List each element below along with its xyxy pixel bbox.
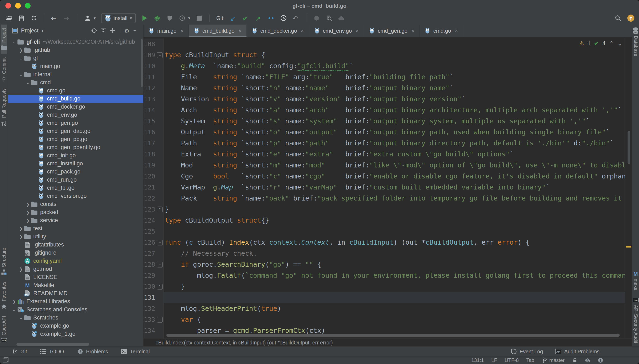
fold-marker-icon[interactable]: ^ <box>156 204 164 215</box>
stripe-button-database[interactable]: Database <box>632 24 639 60</box>
locate-file-icon[interactable] <box>91 28 97 34</box>
tool-window-audit-problems[interactable]: /APIAudit Problems <box>556 348 600 355</box>
file-encoding[interactable]: UTF-8 <box>505 357 519 363</box>
open-folder-icon[interactable] <box>6 14 12 22</box>
expand-all-icon[interactable] <box>100 28 106 34</box>
code-line-117[interactable]: 117 Path string `short:"p" name:"path" b… <box>144 138 625 149</box>
chevron-down-icon[interactable]: ⌄ <box>11 40 17 44</box>
fold-marker-icon[interactable]: − <box>156 259 164 270</box>
tree-item-service[interactable]: ❯service <box>8 216 143 224</box>
code-line-108[interactable]: 108 <box>144 38 625 50</box>
stripe-button-commit[interactable]: Commit <box>0 54 7 85</box>
git-push-icon[interactable]: ↗ <box>255 14 262 22</box>
tree-item-cmd-env.go[interactable]: cmd_env.go <box>8 111 143 119</box>
collapse-all-icon[interactable] <box>110 28 116 34</box>
code-line-110[interactable]: 110 g.Meta `name:"build" config:"gfcli.b… <box>144 60 625 72</box>
save-all-icon[interactable] <box>18 14 25 22</box>
chevron-up-icon[interactable]: ⌃ <box>609 40 614 47</box>
editor-vertical-scrollbar[interactable] <box>628 131 630 164</box>
line-number[interactable]: 110 <box>144 60 156 72</box>
stripe-button-pull-requests[interactable]: Pull Requests <box>0 85 7 129</box>
line-number[interactable]: 134 <box>144 325 156 336</box>
tool-window-terminal[interactable]: Terminal <box>121 348 150 355</box>
chevron-right-icon[interactable]: ❯ <box>25 218 31 223</box>
chevron-down-icon[interactable]: ▾ <box>42 28 44 33</box>
tree-item-gf[interactable]: ⌄gf <box>8 54 143 62</box>
stripe-button-project[interactable]: Project <box>0 24 7 54</box>
tree-item-cmd-gen-pbentity.go[interactable]: cmd_gen_pbentity.go <box>8 143 143 152</box>
debug-icon[interactable] <box>154 14 161 22</box>
line-number[interactable]: 135 <box>144 336 156 338</box>
line-number[interactable]: 118 <box>144 149 156 160</box>
chevron-right-icon[interactable]: ❯ <box>25 210 31 215</box>
close-icon[interactable]: × <box>180 28 184 34</box>
line-number[interactable]: 117 <box>144 138 156 149</box>
stripe-button-api-security-audit[interactable]: /APIAPI Security Audit <box>632 294 639 346</box>
project-view-icon[interactable] <box>12 28 18 34</box>
code-line-133[interactable]: 133− var ( <box>144 314 625 325</box>
notifications-icon[interactable] <box>598 358 603 363</box>
chevron-right-icon[interactable]: ❯ <box>11 299 17 304</box>
tab-cmd-env.go[interactable]: cmd_env.go× <box>309 24 364 37</box>
code-line-132[interactable]: 132 mlog.SetHeaderPrint(true) <box>144 303 625 314</box>
tree-item-.github[interactable]: ❯.github <box>8 46 143 54</box>
code-line-111[interactable]: 111 File string `name:"FILE" arg:"true" … <box>144 72 625 82</box>
tree-item-cmd-gen-dao.go[interactable]: cmd_gen_dao.go <box>8 127 143 135</box>
tree-item-cmd-init.go[interactable]: cmd_init.go <box>8 152 143 160</box>
line-number[interactable]: 119 <box>144 160 156 171</box>
chevron-down-icon[interactable]: ⌄ <box>18 56 24 61</box>
tool-window-problems[interactable]: Problems <box>78 348 108 355</box>
code-line-121[interactable]: 121 VarMap g.Map `short:"r" name:"varMap… <box>144 182 625 193</box>
code-line-125[interactable]: 125 <box>144 226 625 237</box>
git-merge-icon[interactable] <box>268 14 274 22</box>
code-line-129[interactable]: 129 mlog.Fatalf(`command "go" not found … <box>144 270 625 281</box>
code-line-116[interactable]: 116 Output string `short:"o" name:"outpu… <box>144 127 625 138</box>
tree-item-utility[interactable]: ❯utility <box>8 232 143 241</box>
back-icon[interactable]: ← <box>51 14 58 22</box>
unlock-icon[interactable] <box>572 358 578 363</box>
update-available-icon[interactable] <box>627 14 634 22</box>
code-line-109[interactable]: 109−type cBuildInput struct { <box>144 50 625 60</box>
code-line-130[interactable]: 130^ } <box>144 281 625 292</box>
code-line-124[interactable]: 124type cBuildOutput struct{} <box>144 215 625 226</box>
tree-item-cmd-build.go[interactable]: cmd_build.go <box>8 95 143 103</box>
tree-horizontal-scrollbar[interactable] <box>16 343 89 346</box>
tree-item-example-1.go[interactable]: example_1.go <box>8 330 143 338</box>
stripe-button-structure[interactable]: Structure <box>0 244 7 278</box>
error-stripe-warning-mark[interactable] <box>626 246 631 248</box>
git-update-icon[interactable]: ↙ <box>230 14 237 22</box>
tree-item-.gitignore[interactable]: .gitignore <box>8 249 143 257</box>
line-number[interactable]: 130 <box>144 281 156 292</box>
code-line-112[interactable]: 112 Name string `short:"n" name:"name" b… <box>144 82 625 94</box>
line-number[interactable]: 111 <box>144 72 156 82</box>
tool-window-event-log[interactable]: Event Log <box>511 348 543 355</box>
tab-cmd-gen.go[interactable]: cmd_gen.go× <box>364 24 420 37</box>
chevron-down-icon[interactable]: ▾ <box>94 16 96 20</box>
stripe-button-favorites[interactable]: Favorites <box>0 278 7 312</box>
code-line-122[interactable]: 122 Pack string `name:"pack" brief:"pack… <box>144 193 625 204</box>
code-line-120[interactable]: 120 Cgo bool `short:"c" name:"cgo" brief… <box>144 171 625 182</box>
sync-icon[interactable] <box>30 14 38 22</box>
code-line-131[interactable]: 131 <box>144 292 625 303</box>
code-line-126[interactable]: 126−func (c cBuild) Index(ctx context.Co… <box>144 237 625 248</box>
fold-marker-icon[interactable]: − <box>156 314 164 325</box>
caret-position[interactable]: 131:1 <box>471 357 484 363</box>
tree-item-cmd-gen-pb.go[interactable]: cmd_gen_pb.go <box>8 135 143 143</box>
chevron-down-icon[interactable]: ⌄ <box>18 315 24 320</box>
tree-item-external-libraries[interactable]: ❯External Libraries <box>8 298 143 306</box>
cloud-settings-icon[interactable]: ? <box>585 358 590 363</box>
fold-marker-icon[interactable]: − <box>156 50 164 60</box>
maximize-window-button[interactable] <box>25 3 30 8</box>
tree-item-cmd-pack.go[interactable]: cmd_pack.go <box>8 168 143 176</box>
tree-item-scratches[interactable]: ⌄Scratches <box>8 314 143 322</box>
tree-item-packed[interactable]: ❯packed <box>8 208 143 216</box>
tree-item-cmd[interactable]: ⌄cmd <box>8 78 143 86</box>
tree-item-cmd-install.go[interactable]: cmd_install.go <box>8 160 143 168</box>
code-area[interactable]: 108109−type cBuildInput struct {110 g.Me… <box>144 37 632 338</box>
fold-marker-icon[interactable]: − <box>156 237 164 248</box>
tab-cmd-docker.go[interactable]: cmd_docker.go× <box>247 24 309 37</box>
tree-item-scratches-and-consoles[interactable]: ⌄Scratches and Consoles <box>8 306 143 314</box>
line-number[interactable]: 131 <box>144 292 156 303</box>
line-number[interactable]: 109 <box>144 50 156 60</box>
close-icon[interactable]: × <box>301 28 304 34</box>
